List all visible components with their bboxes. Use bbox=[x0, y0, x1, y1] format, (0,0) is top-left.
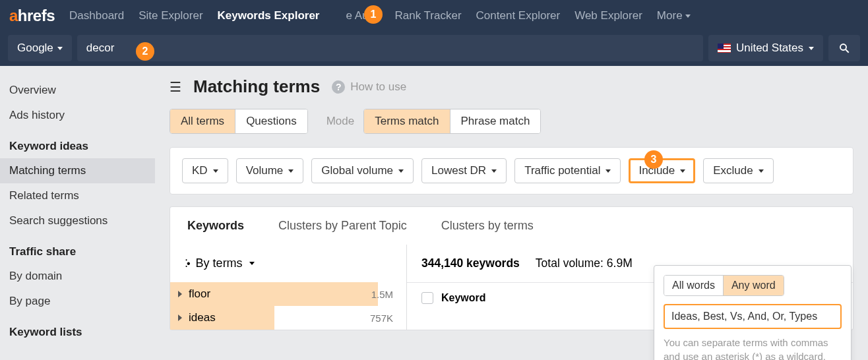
chevron-down-icon bbox=[213, 169, 218, 173]
column-keyword: Keyword bbox=[441, 292, 486, 304]
include-terms-input[interactable]: Ideas, Best, Vs, And, Or, Types bbox=[664, 304, 842, 329]
mode-label: Mode bbox=[326, 115, 355, 128]
svg-point-0 bbox=[840, 44, 846, 50]
chevron-down-icon bbox=[759, 169, 764, 173]
chevron-down-icon bbox=[685, 15, 691, 18]
nav-rank-tracker[interactable]: Rank Tracker bbox=[395, 9, 462, 22]
sidebar-heading-keyword-ideas: Keyword ideas bbox=[0, 128, 155, 158]
filter-volume[interactable]: Volume bbox=[236, 158, 304, 183]
keyword-input[interactable]: decor bbox=[77, 35, 703, 61]
chevron-down-icon bbox=[398, 169, 404, 173]
search-bar: Google decor United States bbox=[0, 32, 868, 66]
engine-select[interactable]: Google bbox=[8, 35, 72, 61]
filter-lowest-dr[interactable]: Lowest DR bbox=[421, 158, 507, 183]
toggle-terms-match[interactable]: Terms match bbox=[364, 109, 450, 133]
callout-badge-1: 1 bbox=[364, 5, 383, 24]
expand-icon bbox=[178, 315, 182, 321]
search-button[interactable] bbox=[828, 35, 860, 61]
toggle-any-word[interactable]: Any word bbox=[724, 276, 784, 295]
chevron-down-icon bbox=[288, 169, 294, 173]
nav-web-explorer[interactable]: Web Explorer bbox=[574, 9, 642, 22]
sidebar-heading-traffic-share: Traffic share bbox=[0, 233, 155, 264]
top-nav: ahrefs Dashboard Site Explorer Keywords … bbox=[0, 0, 868, 32]
tab-keywords[interactable]: Keywords bbox=[170, 207, 261, 245]
include-popover: All words Any word Ideas, Best, Vs, And,… bbox=[654, 265, 852, 360]
menu-icon[interactable]: ☰ bbox=[170, 79, 181, 95]
sidebar: Overview Ads history Keyword ideas Match… bbox=[0, 66, 155, 360]
match-mode-toggle: Terms match Phrase match bbox=[363, 109, 541, 134]
sidebar-overview[interactable]: Overview bbox=[0, 78, 155, 103]
svg-line-1 bbox=[846, 49, 849, 53]
terms-questions-toggle: All terms Questions bbox=[170, 109, 308, 134]
term-row[interactable]: ideas 757K bbox=[170, 306, 406, 330]
sidebar-by-page[interactable]: By page bbox=[0, 289, 155, 314]
chevron-down-icon bbox=[605, 169, 611, 173]
toggle-phrase-match[interactable]: Phrase match bbox=[450, 109, 541, 133]
select-all-checkbox[interactable] bbox=[421, 292, 433, 304]
sidebar-ads-history[interactable]: Ads history bbox=[0, 103, 155, 128]
result-tabs: Keywords Clusters by Parent Topic Cluste… bbox=[170, 206, 853, 245]
search-icon bbox=[838, 42, 850, 54]
chevron-down-icon bbox=[680, 169, 685, 173]
flag-us-icon bbox=[718, 44, 731, 53]
expand-icon bbox=[178, 291, 182, 297]
chevron-down-icon bbox=[491, 169, 497, 173]
content-area: ☰ Matching terms ? How to use All terms … bbox=[155, 66, 868, 360]
chevron-down-icon bbox=[809, 47, 814, 50]
chevron-down-icon bbox=[249, 262, 255, 265]
sidebar-search-suggestions[interactable]: Search suggestions bbox=[0, 208, 155, 233]
page-title: Matching terms bbox=[193, 76, 320, 97]
tab-clusters-terms[interactable]: Clusters by terms bbox=[424, 207, 551, 245]
nav-more[interactable]: More bbox=[657, 9, 691, 22]
term-row[interactable]: floor 1.5M bbox=[170, 282, 406, 306]
sidebar-heading-keyword-lists: Keyword lists bbox=[0, 314, 155, 344]
callout-badge-3: 3 bbox=[644, 150, 663, 169]
filter-traffic-potential[interactable]: Traffic potential bbox=[514, 158, 621, 183]
include-help-text: You can separate terms with commas and u… bbox=[664, 336, 842, 360]
toggle-all-terms[interactable]: All terms bbox=[170, 109, 235, 133]
nav-content-explorer[interactable]: Content Explorer bbox=[476, 9, 561, 22]
sidebar-matching-terms[interactable]: Matching terms bbox=[0, 158, 155, 183]
nav-site-explorer[interactable]: Site Explorer bbox=[139, 9, 202, 22]
toggle-all-words[interactable]: All words bbox=[664, 276, 724, 295]
how-to-use-link[interactable]: ? How to use bbox=[332, 80, 406, 94]
toggle-questions[interactable]: Questions bbox=[235, 109, 307, 133]
filter-kd[interactable]: KD bbox=[182, 158, 228, 183]
callout-badge-2: 2 bbox=[136, 42, 154, 61]
filters-bar: KD Volume Global volume Lowest DR Traffi… bbox=[170, 147, 853, 195]
cluster-icon: ⁚• bbox=[185, 257, 189, 270]
country-select[interactable]: United States bbox=[708, 35, 823, 61]
filter-global-volume[interactable]: Global volume bbox=[311, 158, 414, 183]
terms-panel: ⁚• By terms floor 1.5M ideas 757K bbox=[170, 245, 407, 330]
sidebar-by-domain[interactable]: By domain bbox=[0, 264, 155, 289]
logo: ahrefs bbox=[9, 7, 55, 25]
nav-keywords-explorer[interactable]: Keywords Explorer bbox=[218, 9, 320, 22]
sidebar-related-terms[interactable]: Related terms bbox=[0, 183, 155, 208]
chevron-down-icon bbox=[57, 47, 63, 50]
include-mode-toggle: All words Any word bbox=[664, 275, 784, 296]
filter-exclude[interactable]: Exclude bbox=[703, 158, 773, 183]
tab-clusters-parent[interactable]: Clusters by Parent Topic bbox=[261, 207, 424, 245]
group-by-terms[interactable]: ⁚• By terms bbox=[170, 245, 406, 282]
help-icon: ? bbox=[332, 80, 345, 94]
nav-dashboard[interactable]: Dashboard bbox=[69, 9, 124, 22]
